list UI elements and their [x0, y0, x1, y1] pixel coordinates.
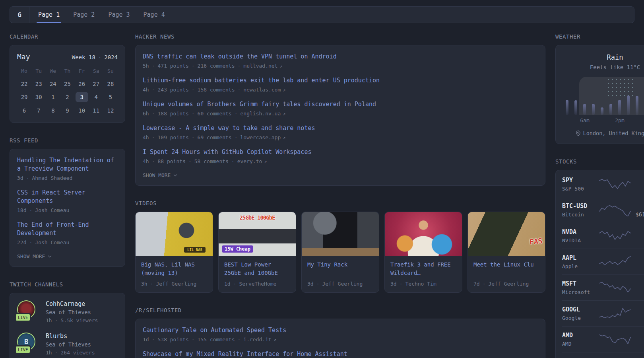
stock-symbol-link[interactable]: BTC-USD — [562, 202, 599, 210]
stock-symbol-link[interactable]: GOOGL — [562, 306, 599, 313]
stock-name: S&P 500 — [562, 186, 599, 192]
stocks-card: SPYS&P 500 +1.29%$511.57 BTC-USDBitcoin … — [555, 170, 644, 358]
video-title-link[interactable]: My Tiny Rack — [307, 261, 373, 277]
item-domain-link[interactable]: every.to↗ — [229, 158, 267, 164]
calendar-widget-title: CALENDAR — [10, 33, 125, 40]
calendar-day: 12 — [103, 106, 118, 115]
stock-symbol-link[interactable]: AMD — [562, 332, 599, 339]
calendar-weekday: Mo — [17, 68, 31, 74]
stock-price: $166.78 — [630, 315, 644, 321]
weather-chart: 12° — [562, 77, 644, 115]
stocks-widget-title: STOCKS — [555, 158, 644, 165]
calendar-day: 2 — [60, 92, 74, 102]
hn-item-meta: 4h243 points158 commentsnewatlas.com↗ — [143, 87, 538, 93]
stock-sparkline — [599, 177, 630, 191]
video-title-link[interactable]: BEST Low Power 25GbE and 100GbE Switch… — [224, 261, 290, 277]
item-domain-link[interactable]: english.nv.ua↗ — [232, 111, 286, 117]
video-card[interactable]: LIL NAS Big NAS, Lil NAS (moving 13) 3hJ… — [135, 212, 213, 293]
item-points: 471 points — [149, 63, 189, 69]
stock-change: +1.29% — [630, 177, 644, 183]
twitch-channel-link[interactable]: CohhCarnage — [46, 300, 85, 307]
thumbnail-text: LIL NAS — [184, 247, 206, 253]
item-author: Josh Comeau — [26, 239, 69, 245]
calendar-widget: CALENDAR May Week 182024 Mo Tu We Th Fr — [10, 33, 125, 123]
calendar-day: 9 — [60, 106, 74, 115]
twitch-channel-link[interactable]: Blurbs — [46, 333, 67, 340]
stock-symbol-link[interactable]: MSFT — [562, 280, 599, 287]
app-logo[interactable]: G — [10, 7, 29, 23]
rss-item-title-link[interactable]: Handling The Indentation of a Treeview C… — [17, 156, 118, 173]
hn-item: Unique volumes of Brothers Grimm fairy t… — [143, 100, 538, 117]
stock-symbol-link[interactable]: AAPL — [562, 254, 599, 261]
item-domain-link[interactable]: newatlas.com↗ — [235, 87, 286, 93]
video-card[interactable]: FAS Meet the Linux Clu 7dJeff Geerling — [467, 212, 545, 293]
video-card[interactable]: Traefik 3 and FREE Wildcard… 3dTechno Ti… — [384, 212, 462, 293]
time-tick: 2pm — [615, 117, 624, 123]
rss-card: Handling The Indentation of a Treeview C… — [10, 149, 125, 267]
rss-item: CSS in React Server Components 18dJosh C… — [17, 189, 118, 213]
rss-widget: RSS FEED Handling The Indentation of a T… — [10, 137, 125, 267]
calendar-weekday: Tu — [31, 68, 46, 74]
stock-name: NVIDIA — [562, 237, 599, 243]
hacker-news-widget: HACKER NEWS DNS traffic can leak outside… — [135, 33, 545, 186]
weather-feels-like: Feels like 11°C — [562, 64, 644, 70]
videos-widget: VIDEOS LIL NAS Big NAS, Lil NAS (moving … — [135, 200, 545, 293]
hn-show-more-button[interactable]: SHOW MORE — [143, 172, 538, 178]
item-domain: every.to — [237, 158, 262, 164]
tab-page-4[interactable]: Page 4 — [144, 7, 165, 23]
reddit-widget: /R/SELFHOSTED Cautionary Tale on Automat… — [135, 307, 545, 358]
calendar-day: 5 — [103, 92, 118, 102]
stock-symbol-link[interactable]: SPY — [562, 177, 599, 184]
item-author: Jeff Geerling — [147, 281, 197, 287]
stock-price: $511.57 — [630, 185, 644, 192]
item-domain-link[interactable]: i.redd.it↗ — [235, 337, 277, 342]
video-title-link[interactable]: Traefik 3 and FREE Wildcard… — [390, 261, 456, 277]
tab-page-1[interactable]: Page 1 — [38, 7, 60, 23]
item-domain-link[interactable]: lowercase.app↗ — [232, 134, 286, 140]
left-column: CALENDAR May Week 182024 Mo Tu We Th Fr — [10, 33, 125, 358]
hn-item-title-link[interactable]: I Spent 24 Hours with GitHub Copilot Wor… — [143, 148, 538, 156]
video-card[interactable]: My Tiny Rack 3dJeff Geerling — [301, 212, 379, 293]
item-age: 5h — [143, 63, 149, 69]
stock-price: $888.40 — [630, 237, 644, 243]
stock-name: AMD — [562, 341, 599, 347]
hn-item-title-link[interactable]: Unique volumes of Brothers Grimm fairy t… — [143, 100, 538, 109]
thumbnail-text: 15W Cheap — [222, 245, 253, 253]
stock-change: +3.52% — [630, 229, 644, 235]
rss-item-title-link[interactable]: CSS in React Server Components — [17, 189, 118, 205]
item-comments: 158 comments — [189, 87, 235, 93]
tab-page-2[interactable]: Page 2 — [73, 7, 95, 23]
rss-show-more-button[interactable]: SHOW MORE — [17, 253, 118, 259]
calendar-day: 25 — [60, 79, 74, 89]
hn-item: Lithium-free sodium batteries exit the l… — [143, 76, 538, 93]
video-meta: 1dServeTheHome — [224, 281, 290, 287]
reddit-item-title-link[interactable]: Showcase of my Mixed Reality Interface f… — [143, 350, 538, 358]
video-title-link[interactable]: Meet the Linux Clu — [473, 261, 539, 277]
hn-item-title-link[interactable]: DNS traffic can leak outside the VPN tun… — [143, 53, 538, 61]
rss-item-title-link[interactable]: The End of Front-End Development — [17, 221, 118, 237]
item-domain-link[interactable]: mullvad.net↗ — [235, 63, 283, 69]
hn-item-title-link[interactable]: Lowercase - A simple way to take and sha… — [143, 124, 538, 132]
weather-bar — [574, 100, 577, 115]
item-author: Jeff Geerling — [480, 281, 529, 287]
video-card[interactable]: 25GbE 100GbE 15W Cheap BEST Low Power 25… — [218, 212, 296, 293]
video-title-link[interactable]: Big NAS, Lil NAS (moving 13) — [141, 261, 207, 277]
item-comments: 216 comments — [189, 63, 235, 69]
twitch-widget: TWITCH CHANNELS LIVE CohhCarnage Sea of … — [10, 281, 125, 358]
reddit-item-title-link[interactable]: Cautionary Tale on Automated Speed Tests — [143, 326, 538, 335]
item-age: 1d — [143, 337, 149, 342]
weather-location: London, United Kingdom — [562, 130, 644, 136]
hn-item: DNS traffic can leak outside the VPN tun… — [143, 53, 538, 69]
external-link-icon: ↗ — [264, 159, 267, 164]
external-link-icon: ↗ — [274, 337, 276, 342]
weather-bar — [636, 96, 638, 115]
hn-item-title-link[interactable]: Lithium-free sodium batteries exit the l… — [143, 76, 538, 85]
stock-change: +2.94% — [630, 332, 644, 339]
calendar-month: May — [17, 53, 30, 61]
stock-symbol-link[interactable]: NVDA — [562, 228, 599, 235]
calendar-grid: Mo Tu We Th Fr Sa Su 2223242526272829301… — [17, 68, 118, 115]
rss-item-meta: 18dJosh Comeau — [17, 207, 118, 213]
weather-bar — [583, 104, 586, 115]
tab-page-3[interactable]: Page 3 — [108, 7, 130, 23]
hn-card: DNS traffic can leak outside the VPN tun… — [135, 45, 545, 186]
